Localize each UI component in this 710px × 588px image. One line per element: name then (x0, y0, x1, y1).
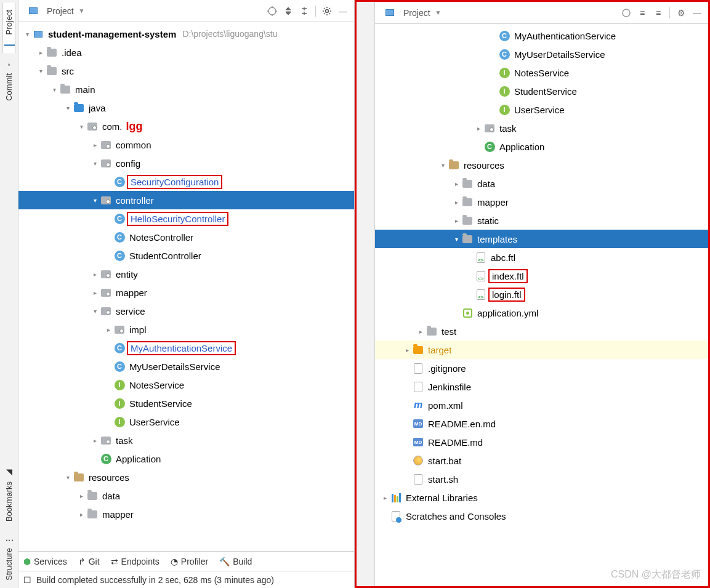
sidebar-tab-commit[interactable]: Commit◦ (3, 53, 15, 108)
tree-root[interactable]: ▾student-management-systemD:\projects\li… (18, 25, 354, 43)
tree-item[interactable]: ▸data (375, 174, 708, 193)
sidebar-tab-bookmarks[interactable]: Bookmarks◣ (3, 461, 15, 529)
folder-icon (461, 233, 474, 245)
tree-item[interactable]: ▸target (375, 340, 708, 359)
footer-tab-endpoints[interactable]: ⇄Endpoints (111, 557, 159, 566)
tree-item[interactable]: abc.ftl (375, 248, 708, 267)
project-dropdown[interactable]: Project ▼ (22, 4, 89, 18)
tree-item[interactable]: CSecurityConfiguration (18, 172, 354, 191)
settings-icon[interactable]: ⚙ (674, 6, 688, 20)
tree-item[interactable]: ▸mapper (18, 283, 354, 302)
collapse-all-icon[interactable] (297, 4, 312, 18)
left-content: Project ▼ — ▾student-management-systemD:… (18, 0, 354, 588)
source-folder-icon (73, 102, 85, 114)
tree-item[interactable]: ▸common (18, 135, 354, 154)
interface-icon: I (113, 416, 126, 428)
tree-item-selected[interactable]: ▾templates (375, 230, 708, 248)
tree-item[interactable]: ▾resources (375, 156, 708, 174)
tree-item[interactable]: ▸mapper (375, 193, 708, 211)
class-icon: C (113, 249, 126, 262)
folder-icon (59, 83, 71, 95)
folder-icon (426, 325, 438, 337)
tree-item[interactable]: CHelloSecurityController (18, 209, 354, 228)
tree-item[interactable]: CApplication (18, 449, 354, 468)
status-bar: ☐ Build completed successfully in 2 sec,… (18, 571, 354, 588)
expand-all-icon[interactable]: ≡ (635, 6, 650, 20)
scratches-icon (390, 510, 402, 522)
tree-item[interactable]: Scratches and Consoles (375, 507, 708, 525)
tree-item[interactable]: CMyUserDetailsService (375, 45, 708, 63)
right-tree[interactable]: CMyAuthenticationService CMyUserDetailsS… (375, 24, 708, 586)
locate-icon[interactable] (265, 4, 280, 18)
expand-all-icon[interactable] (281, 4, 296, 18)
tree-item[interactable]: index.ftl (375, 267, 708, 285)
package-icon (100, 194, 112, 206)
tree-item[interactable]: ▾java (18, 99, 354, 117)
tree-item[interactable]: ▾resources (18, 468, 354, 486)
class-icon: C (113, 175, 126, 188)
right-header: Project ▼ ≡ ≡ ⚙ — (375, 2, 708, 24)
tree-item[interactable]: ▸task (18, 431, 354, 449)
tree-item[interactable]: .gitignore (375, 359, 708, 377)
tree-item[interactable]: MDREADME.md (375, 433, 708, 451)
hide-icon[interactable]: — (336, 4, 350, 18)
tree-item[interactable]: ▾com.lgg (18, 117, 354, 135)
tree-item[interactable]: INotesService (375, 63, 708, 82)
right-content: Project ▼ ≡ ≡ ⚙ — CMyAuthenticationServi… (375, 2, 708, 586)
tree-item[interactable]: INotesService (18, 376, 354, 394)
tree-item[interactable]: Jenkinsfile (375, 377, 708, 396)
tree-item[interactable]: ▾service (18, 302, 354, 320)
tree-item[interactable]: ▸data (18, 486, 354, 505)
tree-item[interactable]: CMyAuthenticationService (375, 26, 708, 45)
folder-icon (86, 508, 99, 520)
tree-item[interactable]: CStudentController (18, 246, 354, 265)
footer-tab-profiler[interactable]: ◔Profiler (171, 557, 208, 566)
tree-item[interactable]: IStudentService (375, 82, 708, 100)
tree-item[interactable]: ▾main (18, 80, 354, 99)
tree-item[interactable]: start.sh (375, 470, 708, 488)
tree-item[interactable]: IStudentService (18, 394, 354, 413)
interface-icon: I (113, 379, 126, 391)
tree-item[interactable]: CMyAuthenticationService (18, 339, 354, 357)
markdown-icon: MD (412, 417, 424, 430)
tree-item[interactable]: ▸entity (18, 265, 354, 283)
tree-item[interactable]: CNotesController (18, 228, 354, 246)
tree-item[interactable]: ▾src (18, 62, 354, 80)
footer-tab-build[interactable]: 🔨Build (219, 557, 252, 566)
left-tree[interactable]: ▾student-management-systemD:\projects\li… (18, 22, 354, 551)
tree-item-selected[interactable]: ▾controller (18, 191, 354, 209)
tree-item[interactable]: CMyUserDetailsService (18, 357, 354, 376)
tree-item[interactable]: ▸External Libraries (375, 488, 708, 507)
tree-item[interactable]: login.ftl (375, 285, 708, 304)
annotation-text: lgg (126, 120, 143, 133)
tree-item[interactable]: ▸mapper (18, 505, 354, 523)
resources-folder-icon (448, 159, 460, 171)
class-icon: C (498, 30, 510, 42)
tree-item[interactable]: IUserService (18, 413, 354, 431)
file-icon (412, 381, 424, 393)
tree-item[interactable]: MDREADME.en.md (375, 414, 708, 433)
tree-item[interactable]: ▾config (18, 154, 354, 172)
svg-point-6 (623, 9, 630, 17)
tree-item[interactable]: mpom.xml (375, 396, 708, 414)
collapse-all-icon[interactable]: ≡ (651, 6, 666, 20)
tree-item[interactable]: CApplication (375, 137, 708, 156)
tree-item[interactable]: application.yml (375, 304, 708, 322)
locate-icon[interactable] (619, 6, 634, 20)
settings-icon[interactable] (320, 4, 334, 18)
tree-item[interactable]: ▸static (375, 211, 708, 230)
tree-item[interactable]: start.bat (375, 451, 708, 470)
footer-tab-services[interactable]: ⬢Services (23, 557, 67, 566)
file-icon (412, 362, 424, 374)
tree-item[interactable]: ▸impl (18, 320, 354, 339)
footer-tab-git[interactable]: ↱Git (78, 557, 100, 566)
tree-item[interactable]: ▸task (375, 119, 708, 137)
tree-item[interactable]: IUserService (375, 100, 708, 119)
project-dropdown[interactable]: Project ▼ (379, 6, 446, 20)
tree-item[interactable]: ▸test (375, 322, 708, 340)
sidebar-tab-project[interactable]: Project (2, 2, 15, 53)
hide-icon[interactable]: — (690, 6, 704, 20)
excluded-folder-icon (412, 344, 424, 356)
sidebar-tab-structure[interactable]: Structure⋮ (3, 529, 15, 588)
tree-item[interactable]: ▸.idea (18, 43, 354, 62)
